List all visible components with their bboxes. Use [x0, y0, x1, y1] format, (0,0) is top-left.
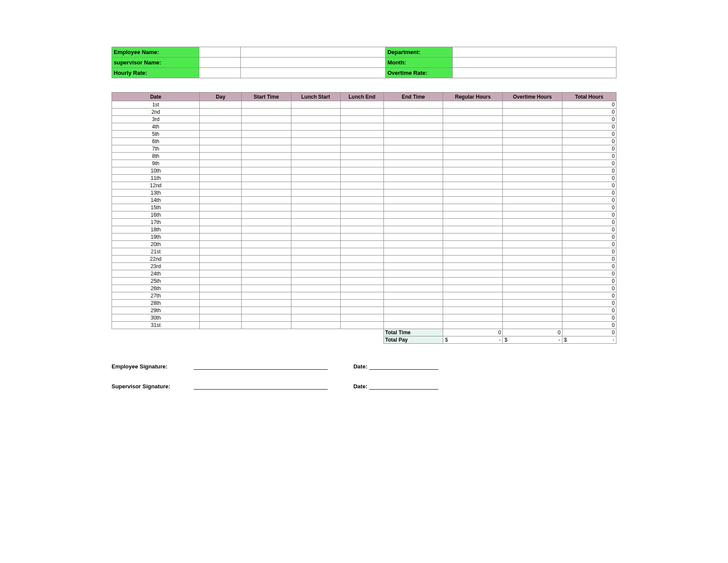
overtime-hours-cell[interactable] [503, 278, 562, 285]
start-time-cell[interactable] [242, 197, 291, 204]
lunch-start-cell[interactable] [291, 175, 340, 182]
lunch-end-cell[interactable] [340, 116, 383, 123]
supervisor-name-value-1[interactable] [199, 58, 240, 68]
start-time-cell[interactable] [242, 278, 291, 285]
lunch-end-cell[interactable] [340, 256, 383, 263]
start-time-cell[interactable] [242, 145, 291, 153]
lunch-start-cell[interactable] [291, 101, 340, 109]
lunch-end-cell[interactable] [340, 211, 383, 219]
start-time-cell[interactable] [242, 285, 291, 292]
supervisor-signature-line[interactable] [194, 383, 328, 390]
start-time-cell[interactable] [242, 123, 291, 131]
regular-hours-cell[interactable] [443, 278, 503, 285]
supervisor-date-line[interactable] [369, 383, 438, 390]
end-time-cell[interactable] [383, 197, 443, 204]
day-cell[interactable] [200, 285, 242, 292]
lunch-end-cell[interactable] [340, 197, 383, 204]
overtime-hours-cell[interactable] [503, 263, 562, 270]
end-time-cell[interactable] [383, 175, 443, 182]
end-time-cell[interactable] [383, 109, 443, 116]
end-time-cell[interactable] [383, 248, 443, 256]
end-time-cell[interactable] [383, 314, 443, 322]
regular-hours-cell[interactable] [443, 241, 503, 248]
overtime-hours-cell[interactable] [503, 307, 562, 314]
day-cell[interactable] [200, 263, 242, 270]
overtime-hours-cell[interactable] [503, 182, 562, 189]
day-cell[interactable] [200, 211, 242, 219]
lunch-start-cell[interactable] [291, 167, 340, 175]
start-time-cell[interactable] [242, 204, 291, 211]
regular-hours-cell[interactable] [443, 189, 503, 197]
start-time-cell[interactable] [242, 256, 291, 263]
lunch-end-cell[interactable] [340, 123, 383, 131]
lunch-start-cell[interactable] [291, 197, 340, 204]
regular-hours-cell[interactable] [443, 211, 503, 219]
lunch-end-cell[interactable] [340, 314, 383, 322]
regular-hours-cell[interactable] [443, 226, 503, 234]
start-time-cell[interactable] [242, 226, 291, 234]
day-cell[interactable] [200, 116, 242, 123]
day-cell[interactable] [200, 322, 242, 329]
day-cell[interactable] [200, 197, 242, 204]
day-cell[interactable] [200, 167, 242, 175]
end-time-cell[interactable] [383, 123, 443, 131]
end-time-cell[interactable] [383, 167, 443, 175]
end-time-cell[interactable] [383, 131, 443, 138]
start-time-cell[interactable] [242, 131, 291, 138]
department-value[interactable] [453, 47, 616, 58]
day-cell[interactable] [200, 175, 242, 182]
lunch-end-cell[interactable] [340, 278, 383, 285]
day-cell[interactable] [200, 314, 242, 322]
overtime-hours-cell[interactable] [503, 226, 562, 234]
lunch-end-cell[interactable] [340, 204, 383, 211]
lunch-end-cell[interactable] [340, 175, 383, 182]
regular-hours-cell[interactable] [443, 145, 503, 153]
regular-hours-cell[interactable] [443, 197, 503, 204]
start-time-cell[interactable] [242, 263, 291, 270]
overtime-hours-cell[interactable] [503, 123, 562, 131]
lunch-start-cell[interactable] [291, 153, 340, 160]
regular-hours-cell[interactable] [443, 101, 503, 109]
day-cell[interactable] [200, 204, 242, 211]
day-cell[interactable] [200, 182, 242, 189]
overtime-hours-cell[interactable] [503, 153, 562, 160]
end-time-cell[interactable] [383, 285, 443, 292]
lunch-end-cell[interactable] [340, 131, 383, 138]
end-time-cell[interactable] [383, 138, 443, 145]
lunch-start-cell[interactable] [291, 219, 340, 226]
lunch-end-cell[interactable] [340, 189, 383, 197]
start-time-cell[interactable] [242, 322, 291, 329]
regular-hours-cell[interactable] [443, 285, 503, 292]
start-time-cell[interactable] [242, 138, 291, 145]
end-time-cell[interactable] [383, 263, 443, 270]
lunch-end-cell[interactable] [340, 219, 383, 226]
lunch-start-cell[interactable] [291, 182, 340, 189]
lunch-start-cell[interactable] [291, 160, 340, 167]
regular-hours-cell[interactable] [443, 204, 503, 211]
overtime-rate-value[interactable] [453, 68, 616, 78]
lunch-start-cell[interactable] [291, 292, 340, 300]
regular-hours-cell[interactable] [443, 263, 503, 270]
employee-date-line[interactable] [369, 363, 438, 370]
overtime-hours-cell[interactable] [503, 241, 562, 248]
end-time-cell[interactable] [383, 211, 443, 219]
lunch-start-cell[interactable] [291, 131, 340, 138]
lunch-start-cell[interactable] [291, 322, 340, 329]
end-time-cell[interactable] [383, 256, 443, 263]
hourly-rate-value-1[interactable] [199, 68, 240, 78]
start-time-cell[interactable] [242, 167, 291, 175]
start-time-cell[interactable] [242, 189, 291, 197]
end-time-cell[interactable] [383, 322, 443, 329]
lunch-start-cell[interactable] [291, 234, 340, 241]
day-cell[interactable] [200, 278, 242, 285]
end-time-cell[interactable] [383, 153, 443, 160]
regular-hours-cell[interactable] [443, 307, 503, 314]
lunch-end-cell[interactable] [340, 270, 383, 278]
lunch-end-cell[interactable] [340, 263, 383, 270]
regular-hours-cell[interactable] [443, 160, 503, 167]
lunch-start-cell[interactable] [291, 204, 340, 211]
overtime-hours-cell[interactable] [503, 197, 562, 204]
day-cell[interactable] [200, 234, 242, 241]
lunch-start-cell[interactable] [291, 270, 340, 278]
lunch-end-cell[interactable] [340, 182, 383, 189]
